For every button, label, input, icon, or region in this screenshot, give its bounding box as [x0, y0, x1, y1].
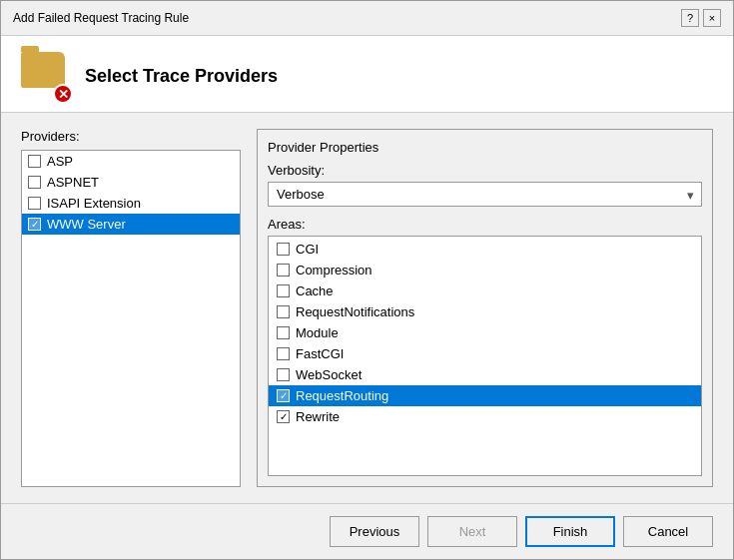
area-item-fastcgi[interactable]: FastCGI [269, 343, 701, 364]
provider-item-isapi[interactable]: ISAPI Extension [22, 193, 240, 214]
area-check-cache[interactable] [277, 284, 290, 297]
provider-check-asp[interactable] [28, 155, 41, 168]
area-item-cgi[interactable]: CGI [269, 239, 701, 260]
help-button[interactable]: ? [681, 9, 699, 27]
area-check-websocket[interactable] [277, 368, 290, 381]
providers-panel: Providers: ASPASPNETISAPI ExtensionWWW S… [21, 129, 241, 487]
verbosity-label: Verbosity: [268, 163, 702, 178]
title-bar: Add Failed Request Tracing Rule ? × [1, 1, 733, 36]
areas-label: Areas: [268, 217, 702, 232]
provider-properties-box: Provider Properties Verbosity: AllCritic… [257, 129, 713, 487]
area-label-requestnotifications: RequestNotifications [296, 304, 414, 319]
area-label-cache: Cache [296, 283, 334, 298]
area-item-websocket[interactable]: WebSocket [269, 364, 701, 385]
area-item-cache[interactable]: Cache [269, 280, 701, 301]
provider-check-aspnet[interactable] [28, 176, 41, 189]
provider-label-www: WWW Server [47, 217, 126, 232]
dialog-title: Add Failed Request Tracing Rule [13, 11, 189, 25]
area-check-rewrite[interactable] [277, 410, 290, 423]
area-item-requestnotifications[interactable]: RequestNotifications [269, 301, 701, 322]
area-check-module[interactable] [277, 326, 290, 339]
area-check-cgi[interactable] [277, 243, 290, 256]
provider-label-aspnet: ASPNET [47, 175, 99, 190]
cancel-button[interactable]: Cancel [623, 516, 713, 547]
area-item-rewrite[interactable]: Rewrite [269, 406, 701, 427]
header-icon: ✕ [21, 52, 69, 100]
next-button[interactable]: Next [427, 516, 517, 547]
areas-list[interactable]: CGICompressionCacheRequestNotificationsM… [269, 237, 701, 475]
page-title: Select Trace Providers [85, 66, 278, 87]
area-label-requestrouting: RequestRouting [296, 388, 388, 403]
finish-button[interactable]: Finish [525, 516, 615, 547]
previous-button[interactable]: Previous [330, 516, 419, 547]
properties-title: Provider Properties [268, 140, 702, 155]
close-button[interactable]: × [703, 9, 721, 27]
provider-check-isapi[interactable] [28, 197, 41, 210]
area-label-cgi: CGI [296, 242, 319, 257]
area-label-fastcgi: FastCGI [296, 346, 344, 361]
area-label-websocket: WebSocket [296, 367, 362, 382]
providers-label: Providers: [21, 129, 241, 144]
area-label-rewrite: Rewrite [296, 409, 340, 424]
provider-item-aspnet[interactable]: ASPNET [22, 172, 240, 193]
areas-list-container: CGICompressionCacheRequestNotificationsM… [268, 236, 702, 476]
properties-panel: Provider Properties Verbosity: AllCritic… [257, 129, 713, 487]
folder-icon [21, 52, 65, 88]
provider-label-asp: ASP [47, 154, 73, 169]
area-item-requestrouting[interactable]: RequestRouting [269, 385, 701, 406]
content-area: Providers: ASPASPNETISAPI ExtensionWWW S… [1, 113, 733, 503]
provider-item-asp[interactable]: ASP [22, 151, 240, 172]
area-check-compression[interactable] [277, 264, 290, 277]
area-label-module: Module [296, 325, 339, 340]
header-section: ✕ Select Trace Providers [1, 36, 733, 113]
providers-list[interactable]: ASPASPNETISAPI ExtensionWWW Server [21, 150, 241, 487]
verbosity-select-wrapper[interactable]: AllCriticalErrorErrorWarningInformationV… [268, 182, 702, 207]
dialog-window: Add Failed Request Tracing Rule ? × ✕ Se… [0, 0, 734, 560]
error-badge: ✕ [53, 84, 73, 104]
provider-label-isapi: ISAPI Extension [47, 196, 141, 211]
area-item-compression[interactable]: Compression [269, 260, 701, 280]
area-check-requestrouting[interactable] [277, 389, 290, 402]
provider-item-www[interactable]: WWW Server [22, 214, 240, 235]
area-label-compression: Compression [296, 263, 372, 278]
area-item-module[interactable]: Module [269, 322, 701, 343]
footer: Previous Next Finish Cancel [1, 503, 733, 559]
area-check-fastcgi[interactable] [277, 347, 290, 360]
provider-check-www[interactable] [28, 218, 41, 231]
area-check-requestnotifications[interactable] [277, 305, 290, 318]
title-bar-controls: ? × [681, 9, 721, 27]
verbosity-select[interactable]: AllCriticalErrorErrorWarningInformationV… [268, 182, 702, 207]
